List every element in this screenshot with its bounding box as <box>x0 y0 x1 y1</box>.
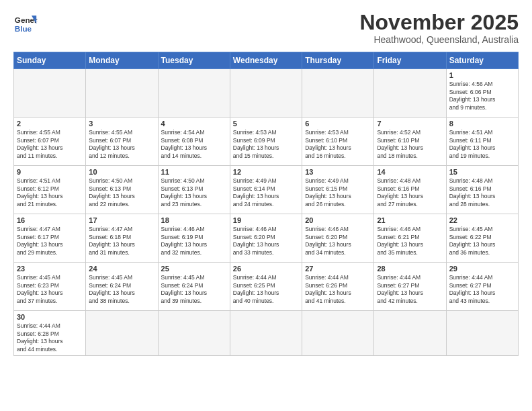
day-number: 9 <box>17 168 83 176</box>
table-row: 30Sunrise: 4:44 AM Sunset: 6:28 PM Dayli… <box>14 311 86 356</box>
day-info: Sunrise: 4:49 AM Sunset: 6:15 PM Dayligh… <box>305 177 371 208</box>
day-number: 7 <box>377 120 443 128</box>
table-row: 26Sunrise: 4:44 AM Sunset: 6:25 PM Dayli… <box>230 263 302 311</box>
day-info: Sunrise: 4:44 AM Sunset: 6:27 PM Dayligh… <box>377 274 443 305</box>
table-row: 23Sunrise: 4:45 AM Sunset: 6:23 PM Dayli… <box>14 263 86 311</box>
day-info: Sunrise: 4:50 AM Sunset: 6:13 PM Dayligh… <box>161 177 227 208</box>
table-row: 27Sunrise: 4:44 AM Sunset: 6:26 PM Dayli… <box>302 263 374 311</box>
calendar-subtitle: Heathwood, Queensland, Australia <box>359 34 519 45</box>
day-number: 11 <box>161 168 227 176</box>
day-info: Sunrise: 4:49 AM Sunset: 6:14 PM Dayligh… <box>233 177 299 208</box>
calendar-table: Sunday Monday Tuesday Wednesday Thursday… <box>13 52 519 356</box>
table-row: 28Sunrise: 4:44 AM Sunset: 6:27 PM Dayli… <box>374 263 446 311</box>
header-tuesday: Tuesday <box>158 52 230 69</box>
table-row <box>158 311 230 356</box>
table-row: 3Sunrise: 4:55 AM Sunset: 6:07 PM Daylig… <box>86 118 158 166</box>
day-info: Sunrise: 4:46 AM Sunset: 6:21 PM Dayligh… <box>377 226 443 257</box>
table-row: 10Sunrise: 4:50 AM Sunset: 6:13 PM Dayli… <box>86 166 158 214</box>
day-number: 30 <box>17 313 83 321</box>
table-row: 17Sunrise: 4:47 AM Sunset: 6:18 PM Dayli… <box>86 214 158 263</box>
day-number: 4 <box>161 120 227 128</box>
header: General Blue November 2025 Heathwood, Qu… <box>13 11 519 45</box>
day-number: 27 <box>305 265 371 273</box>
day-number: 20 <box>305 216 371 224</box>
day-info: Sunrise: 4:46 AM Sunset: 6:20 PM Dayligh… <box>233 226 299 257</box>
day-number: 14 <box>377 168 443 176</box>
day-info: Sunrise: 4:47 AM Sunset: 6:18 PM Dayligh… <box>89 226 154 257</box>
table-row <box>374 69 446 118</box>
table-row: 8Sunrise: 4:51 AM Sunset: 6:11 PM Daylig… <box>446 118 518 166</box>
day-number: 29 <box>449 265 515 273</box>
day-number: 18 <box>161 216 227 224</box>
table-row: 21Sunrise: 4:46 AM Sunset: 6:21 PM Dayli… <box>374 214 446 263</box>
header-wednesday: Wednesday <box>230 52 302 69</box>
day-info: Sunrise: 4:46 AM Sunset: 6:19 PM Dayligh… <box>161 226 227 257</box>
table-row <box>158 69 230 118</box>
day-info: Sunrise: 4:45 AM Sunset: 6:23 PM Dayligh… <box>17 274 83 305</box>
table-row: 7Sunrise: 4:52 AM Sunset: 6:10 PM Daylig… <box>374 118 446 166</box>
table-row: 5Sunrise: 4:53 AM Sunset: 6:09 PM Daylig… <box>230 118 302 166</box>
day-number: 19 <box>233 216 299 224</box>
table-row: 16Sunrise: 4:47 AM Sunset: 6:17 PM Dayli… <box>14 214 86 263</box>
weekday-header-row: Sunday Monday Tuesday Wednesday Thursday… <box>14 52 519 69</box>
table-row: 1Sunrise: 4:56 AM Sunset: 6:06 PM Daylig… <box>446 69 518 118</box>
table-row: 19Sunrise: 4:46 AM Sunset: 6:20 PM Dayli… <box>230 214 302 263</box>
day-info: Sunrise: 4:44 AM Sunset: 6:25 PM Dayligh… <box>233 274 299 305</box>
day-number: 6 <box>305 120 371 128</box>
table-row: 6Sunrise: 4:53 AM Sunset: 6:10 PM Daylig… <box>302 118 374 166</box>
day-number: 16 <box>17 216 83 224</box>
table-row <box>230 69 302 118</box>
day-info: Sunrise: 4:51 AM Sunset: 6:12 PM Dayligh… <box>17 177 83 208</box>
table-row: 2Sunrise: 4:55 AM Sunset: 6:07 PM Daylig… <box>14 118 86 166</box>
header-thursday: Thursday <box>302 52 374 69</box>
table-row <box>374 311 446 356</box>
calendar-week-row: 9Sunrise: 4:51 AM Sunset: 6:12 PM Daylig… <box>14 166 519 214</box>
day-number: 10 <box>89 168 154 176</box>
day-number: 8 <box>449 120 515 128</box>
day-info: Sunrise: 4:53 AM Sunset: 6:10 PM Dayligh… <box>305 129 371 160</box>
day-number: 26 <box>233 265 299 273</box>
header-saturday: Saturday <box>446 52 518 69</box>
day-number: 23 <box>17 265 83 273</box>
calendar-week-row: 2Sunrise: 4:55 AM Sunset: 6:07 PM Daylig… <box>14 118 519 166</box>
day-info: Sunrise: 4:55 AM Sunset: 6:07 PM Dayligh… <box>17 129 83 160</box>
generalblue-logo-icon: General Blue <box>13 11 38 35</box>
day-info: Sunrise: 4:51 AM Sunset: 6:11 PM Dayligh… <box>449 129 515 160</box>
day-number: 2 <box>17 120 83 128</box>
table-row: 9Sunrise: 4:51 AM Sunset: 6:12 PM Daylig… <box>14 166 86 214</box>
day-number: 12 <box>233 168 299 176</box>
calendar-week-row: 16Sunrise: 4:47 AM Sunset: 6:17 PM Dayli… <box>14 214 519 263</box>
table-row: 12Sunrise: 4:49 AM Sunset: 6:14 PM Dayli… <box>230 166 302 214</box>
title-block: November 2025 Heathwood, Queensland, Aus… <box>359 11 519 45</box>
day-number: 21 <box>377 216 443 224</box>
table-row: 4Sunrise: 4:54 AM Sunset: 6:08 PM Daylig… <box>158 118 230 166</box>
day-info: Sunrise: 4:53 AM Sunset: 6:09 PM Dayligh… <box>233 129 299 160</box>
day-number: 28 <box>377 265 443 273</box>
calendar-week-row: 1Sunrise: 4:56 AM Sunset: 6:06 PM Daylig… <box>14 69 519 118</box>
table-row: 14Sunrise: 4:48 AM Sunset: 6:16 PM Dayli… <box>374 166 446 214</box>
day-info: Sunrise: 4:44 AM Sunset: 6:28 PM Dayligh… <box>17 322 83 353</box>
day-number: 3 <box>89 120 154 128</box>
day-info: Sunrise: 4:47 AM Sunset: 6:17 PM Dayligh… <box>17 226 83 257</box>
table-row <box>302 69 374 118</box>
table-row <box>86 311 158 356</box>
table-row: 20Sunrise: 4:46 AM Sunset: 6:20 PM Dayli… <box>302 214 374 263</box>
table-row <box>86 69 158 118</box>
day-info: Sunrise: 4:56 AM Sunset: 6:06 PM Dayligh… <box>449 81 515 111</box>
day-info: Sunrise: 4:52 AM Sunset: 6:10 PM Dayligh… <box>377 129 443 160</box>
day-info: Sunrise: 4:45 AM Sunset: 6:24 PM Dayligh… <box>89 274 154 305</box>
logo: General Blue <box>13 11 38 35</box>
table-row <box>14 69 86 118</box>
day-number: 13 <box>305 168 371 176</box>
table-row: 13Sunrise: 4:49 AM Sunset: 6:15 PM Dayli… <box>302 166 374 214</box>
day-number: 15 <box>449 168 515 176</box>
day-number: 5 <box>233 120 299 128</box>
header-sunday: Sunday <box>14 52 86 69</box>
calendar-title: November 2025 <box>359 11 519 34</box>
day-number: 17 <box>89 216 154 224</box>
day-info: Sunrise: 4:44 AM Sunset: 6:27 PM Dayligh… <box>449 274 515 305</box>
calendar-week-row: 30Sunrise: 4:44 AM Sunset: 6:28 PM Dayli… <box>14 311 519 356</box>
day-info: Sunrise: 4:55 AM Sunset: 6:07 PM Dayligh… <box>89 129 154 160</box>
header-friday: Friday <box>374 52 446 69</box>
day-info: Sunrise: 4:50 AM Sunset: 6:13 PM Dayligh… <box>89 177 154 208</box>
